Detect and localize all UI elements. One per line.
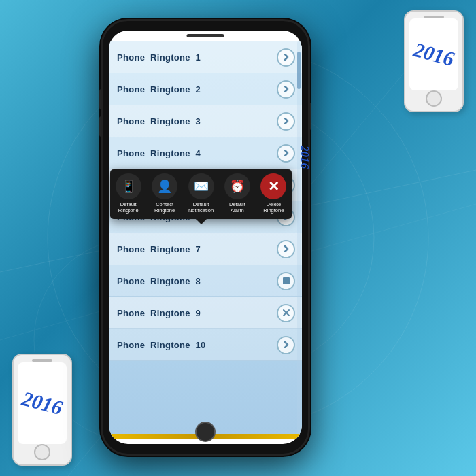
- arrow-button-1[interactable]: [277, 48, 295, 67]
- ringtone-label-2: Phone Ringtone 2: [117, 84, 201, 95]
- arrow-button-3[interactable]: [277, 112, 295, 131]
- default-ringtone-icon: 📱: [116, 173, 141, 199]
- arrow-button-4[interactable]: [277, 144, 295, 163]
- phone-screen: Phone Ringtone 1 Phone Ringtone 2 Phone …: [109, 31, 302, 444]
- context-menu-item-delete-ringtone[interactable]: ✕ DeleteRingtone: [256, 173, 292, 214]
- arrow-button-9[interactable]: [277, 304, 295, 322]
- delete-ringtone-icon: ✕: [260, 173, 286, 199]
- contact-ringtone-icon: 👤: [152, 173, 177, 199]
- arrow-button-10[interactable]: [277, 336, 295, 354]
- ringtone-row-7[interactable]: Phone Ringtone 7: [109, 233, 302, 265]
- ringtone-label-1: Phone Ringtone 1: [117, 52, 201, 63]
- default-ringtone-label: DefaultRingtone: [118, 201, 139, 214]
- ringtone-row-9[interactable]: Phone Ringtone 9: [109, 297, 302, 329]
- context-menu[interactable]: 📱 DefaultRingtone 👤 ContactRingtone ✉️ D…: [110, 169, 292, 219]
- default-alarm-icon: ⏰: [224, 173, 250, 199]
- phone-speaker: [187, 34, 224, 37]
- phone-decorative-top-right: 2016: [404, 10, 464, 112]
- ringtone-label-9: Phone Ringtone 9: [117, 308, 201, 318]
- delete-ringtone-label: DeleteRingtone: [263, 201, 284, 214]
- context-menu-item-default-notification[interactable]: ✉️ DefaultNotification: [183, 173, 219, 214]
- year-overlay-main: 2016: [298, 123, 311, 191]
- stop-button-8[interactable]: [277, 272, 295, 290]
- arrow-button-2[interactable]: [277, 80, 295, 99]
- volume-button-down: [99, 116, 103, 137]
- scrollbar-thumb[interactable]: [297, 52, 301, 89]
- year-label-bottom-left: 2016: [20, 386, 65, 419]
- default-notification-icon: ✉️: [188, 173, 214, 199]
- ringtone-row-3[interactable]: Phone Ringtone 3: [109, 105, 302, 137]
- context-menu-pointer: [196, 219, 207, 224]
- ringtone-label-8: Phone Ringtone 8: [117, 276, 201, 286]
- ringtone-label-7: Phone Ringtone 7: [117, 244, 201, 254]
- screen-content: Phone Ringtone 1 Phone Ringtone 2 Phone …: [109, 41, 302, 439]
- ringtone-row-4[interactable]: Phone Ringtone 4: [109, 137, 302, 169]
- ringtone-label-4: Phone Ringtone 4: [117, 148, 201, 158]
- contact-ringtone-label: ContactRingtone: [154, 201, 175, 214]
- context-menu-item-default-alarm[interactable]: ⏰ DefaultAlarm: [219, 173, 255, 214]
- default-alarm-label: DefaultAlarm: [229, 201, 245, 214]
- context-menu-item-default-ringtone[interactable]: 📱 DefaultRingtone: [110, 173, 146, 214]
- ringtone-list: Phone Ringtone 1 Phone Ringtone 2 Phone …: [109, 41, 302, 361]
- ringtone-row-10[interactable]: Phone Ringtone 10: [109, 329, 302, 361]
- context-menu-item-contact-ringtone[interactable]: 👤 ContactRingtone: [146, 173, 182, 214]
- home-button[interactable]: [195, 422, 216, 442]
- year-label-top-right: 2016: [411, 38, 457, 71]
- default-notification-label: DefaultNotification: [188, 201, 214, 214]
- arrow-button-7[interactable]: [277, 240, 295, 258]
- ringtone-row-2[interactable]: Phone Ringtone 2: [109, 73, 302, 105]
- ringtone-row-8[interactable]: Phone Ringtone 8: [109, 265, 302, 297]
- scrollbar-track[interactable]: [297, 41, 301, 434]
- ringtone-row-1[interactable]: Phone Ringtone 1: [109, 41, 302, 73]
- phone-device-main: Phone Ringtone 1 Phone Ringtone 2 Phone …: [101, 19, 310, 456]
- ringtone-label-3: Phone Ringtone 3: [117, 116, 201, 126]
- ringtone-label-10: Phone Ringtone 10: [117, 340, 206, 350]
- volume-button-up: [99, 89, 103, 109]
- phone-decorative-bottom-left: 2016: [12, 354, 72, 466]
